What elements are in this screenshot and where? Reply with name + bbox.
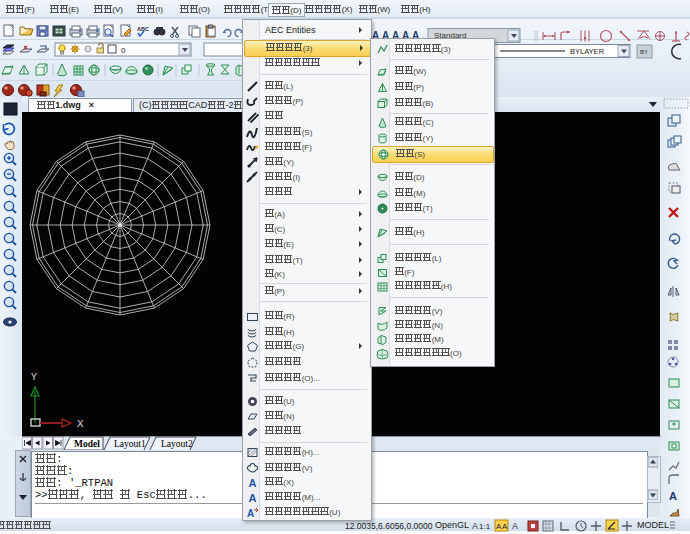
svg-text:Layout1: Layout1 xyxy=(114,439,146,449)
svg-text:BYLAYER: BYLAYER xyxy=(570,47,605,56)
svg-text:X: X xyxy=(77,418,84,430)
svg-text:A: A xyxy=(502,522,508,531)
svg-text:A: A xyxy=(249,492,257,504)
svg-text:0: 0 xyxy=(121,46,126,55)
svg-text:1:1: 1:1 xyxy=(479,522,491,531)
svg-text:A: A xyxy=(472,521,478,531)
svg-text:A: A xyxy=(669,490,677,502)
svg-text:Model: Model xyxy=(74,439,100,449)
svg-text:Y: Y xyxy=(31,372,37,383)
svg-text:A: A xyxy=(249,477,257,489)
svg-text:A: A xyxy=(512,521,518,531)
svg-text:BY: BY xyxy=(640,49,648,55)
svg-text:Layout2: Layout2 xyxy=(161,439,193,449)
svg-text:A: A xyxy=(247,508,254,519)
